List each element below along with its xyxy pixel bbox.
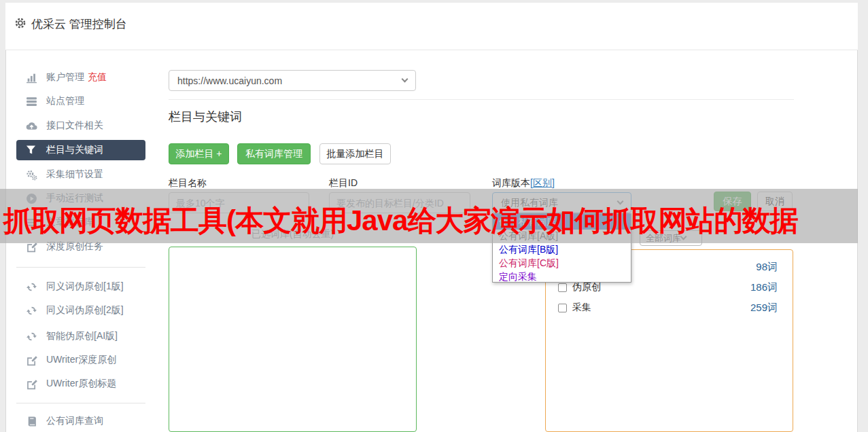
dropdown-option-3[interactable]: 公有词库[C版] bbox=[493, 257, 631, 270]
sidebar-item-label: 站点管理 bbox=[46, 95, 84, 107]
book-icon bbox=[26, 416, 37, 427]
site-url-select[interactable]: https://www.ucaiyun.com bbox=[169, 70, 416, 91]
private-lexicon-button[interactable]: 私有词库管理 bbox=[237, 143, 311, 164]
gears-icon bbox=[26, 169, 37, 181]
sidebar-divider bbox=[16, 267, 145, 268]
bar-chart-icon bbox=[26, 72, 37, 84]
sidebar-item-9[interactable]: 同义词伪原创[1版] bbox=[16, 276, 145, 297]
recharge-link[interactable]: 充值 bbox=[88, 71, 107, 84]
lexicon-word-count: 259词 bbox=[750, 302, 778, 314]
sidebar-item-label: 接口文件相关 bbox=[46, 120, 103, 132]
admin-console-screen: 优采云 管理控制台 账户管理充值站点管理接口文件相关栏目与关键词采集细节设置手动… bbox=[0, 0, 868, 432]
lexicon-row-label: 采集 bbox=[572, 302, 591, 314]
gear-icon bbox=[14, 17, 27, 29]
divider bbox=[169, 99, 794, 100]
site-url-value: https://www.ucaiyun.com bbox=[177, 75, 402, 86]
sidebar-item-15[interactable]: 公有词库查询 bbox=[16, 411, 145, 431]
version-diff-link[interactable]: [区别] bbox=[530, 177, 555, 188]
sidebar-item-3[interactable]: 栏目与关键词 bbox=[16, 140, 145, 160]
sidebar-item-label: 栏目与关键词 bbox=[46, 144, 103, 156]
sidebar-item-label: 智能伪原创[AI版] bbox=[46, 330, 118, 342]
sidebar-item-label: 采集细节设置 bbox=[46, 168, 103, 181]
sidebar-item-label: 账户管理 bbox=[46, 71, 84, 84]
sidebar-item-13[interactable]: UWriter原创标题 bbox=[16, 374, 145, 394]
chevron-down-icon bbox=[402, 76, 409, 83]
add-column-button[interactable]: 添加栏目 + bbox=[169, 143, 229, 164]
sidebar-item-10[interactable]: 同义词伪原创[2版] bbox=[16, 300, 145, 321]
batch-add-button[interactable]: 批量添加栏目 bbox=[319, 143, 391, 164]
overlay-watermark-text: 抓取网页数据工具(本文就用Java给大家演示如何抓取网站的数据 bbox=[3, 202, 797, 240]
sidebar-item-label: 同义词伪原创[1版] bbox=[46, 281, 124, 293]
lexicon-checkbox[interactable] bbox=[558, 283, 567, 292]
sidebar-item-2[interactable]: 接口文件相关 bbox=[16, 115, 145, 136]
edit-icon bbox=[26, 355, 37, 366]
sidebar-item-4[interactable]: 采集细节设置 bbox=[16, 164, 145, 185]
lexicon-checkbox[interactable] bbox=[558, 304, 567, 312]
sidebar-item-label: UWriter原创标题 bbox=[46, 378, 116, 390]
lexicon-word-count: 186词 bbox=[750, 281, 778, 294]
dropdown-option-4[interactable]: 定向采集 bbox=[493, 270, 631, 284]
section-title: 栏目与关键词 bbox=[169, 109, 242, 125]
sidebar-item-label: 同义词伪原创[2版] bbox=[46, 304, 124, 317]
funnel-icon bbox=[26, 145, 37, 156]
refresh-icon bbox=[26, 331, 37, 342]
server-icon bbox=[26, 96, 37, 107]
edit-icon bbox=[26, 378, 37, 390]
sidebar-item-label: UWriter深度原创 bbox=[46, 354, 116, 366]
selected-lexicon-box bbox=[169, 247, 417, 432]
sidebar-item-11[interactable]: 智能伪原创[AI版] bbox=[16, 326, 145, 346]
cloud-upload-icon bbox=[26, 120, 37, 132]
app-header bbox=[5, 3, 858, 50]
lexicon-version-label: 词库版本[区别] bbox=[492, 177, 555, 190]
app-title: 优采云 管理控制台 bbox=[31, 16, 127, 32]
column-id-label: 栏目ID bbox=[329, 177, 358, 190]
lexicon-row-2: 采集259词 bbox=[546, 300, 793, 315]
sidebar-item-label: 公有词库查询 bbox=[46, 415, 103, 427]
sidebar-divider bbox=[16, 403, 145, 403]
refresh-icon bbox=[26, 305, 37, 317]
lexicon-word-count: 98词 bbox=[756, 261, 778, 274]
sidebar-item-1[interactable]: 站点管理 bbox=[16, 91, 145, 111]
sidebar-item-0[interactable]: 账户管理充值 bbox=[16, 67, 145, 88]
sidebar-item-12[interactable]: UWriter深度原创 bbox=[16, 350, 145, 370]
refresh-icon bbox=[26, 281, 37, 293]
dropdown-option-2[interactable]: 公有词库[B版] bbox=[493, 243, 631, 257]
column-name-label: 栏目名称 bbox=[169, 177, 207, 190]
